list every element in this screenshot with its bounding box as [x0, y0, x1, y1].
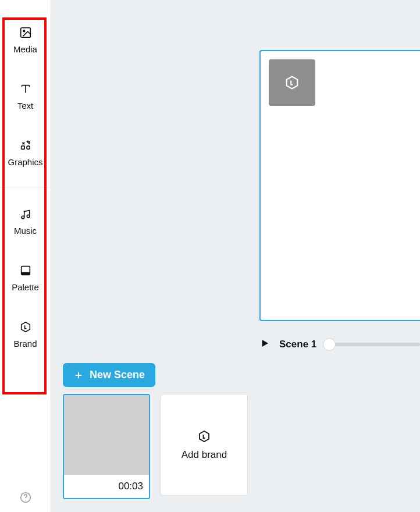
- canvas-brand-logo[interactable]: [269, 59, 315, 106]
- svg-rect-7: [21, 272, 30, 275]
- text-icon: [19, 82, 33, 96]
- sidebar-item-label: Brand: [13, 339, 37, 349]
- sidebar-item-label: Media: [13, 44, 37, 54]
- current-scene-label: Scene 1: [279, 339, 316, 350]
- sidebar-item-music[interactable]: Music: [0, 204, 51, 239]
- main-area: Scene 1 New Scene 00:03: [51, 0, 420, 512]
- scene-list: 00:03 Add brand: [63, 394, 420, 499]
- music-icon: [19, 207, 33, 221]
- brand-icon: [19, 320, 33, 334]
- sidebar-item-palette[interactable]: Palette: [0, 260, 51, 296]
- sidebar-item-brand[interactable]: Brand: [0, 317, 51, 352]
- play-button[interactable]: [259, 338, 272, 351]
- sidebar-item-label: Text: [17, 101, 34, 111]
- scene-thumbnail-1[interactable]: 00:03: [63, 394, 150, 499]
- svg-point-1: [23, 30, 24, 32]
- image-icon: [19, 26, 33, 40]
- svg-point-9: [25, 500, 26, 500]
- timeline-strip: New Scene 00:03 Add brand: [63, 363, 420, 499]
- plus-icon: [73, 370, 84, 381]
- scene-duration: 00:03: [64, 475, 149, 498]
- new-scene-button[interactable]: New Scene: [63, 363, 155, 387]
- player-bar: Scene 1: [259, 333, 420, 356]
- scene-canvas[interactable]: [259, 50, 420, 321]
- help-button[interactable]: [19, 491, 32, 504]
- brand-icon: [197, 429, 211, 443]
- add-brand-label: Add brand: [181, 449, 227, 461]
- svg-point-3: [26, 146, 30, 149]
- sidebar-item-media[interactable]: Media: [0, 22, 51, 58]
- add-brand-card[interactable]: Add brand: [161, 394, 248, 496]
- sidebar-item-label: Palette: [12, 282, 39, 292]
- graphics-icon: [19, 138, 33, 152]
- sidebar-item-label: Music: [14, 226, 37, 236]
- sidebar-item-text[interactable]: Text: [0, 79, 51, 114]
- seek-track[interactable]: [329, 343, 420, 346]
- palette-icon: [19, 264, 33, 278]
- sidebar: Media Text Graphics Mu: [0, 0, 51, 512]
- seek-thumb[interactable]: [323, 338, 336, 351]
- scene-thumbnail-image: [64, 395, 149, 475]
- canvas-area: [51, 0, 420, 333]
- new-scene-label: New Scene: [90, 369, 145, 381]
- sidebar-item-graphics[interactable]: Graphics: [0, 135, 51, 170]
- sidebar-item-label: Graphics: [8, 157, 42, 167]
- svg-rect-2: [21, 146, 24, 149]
